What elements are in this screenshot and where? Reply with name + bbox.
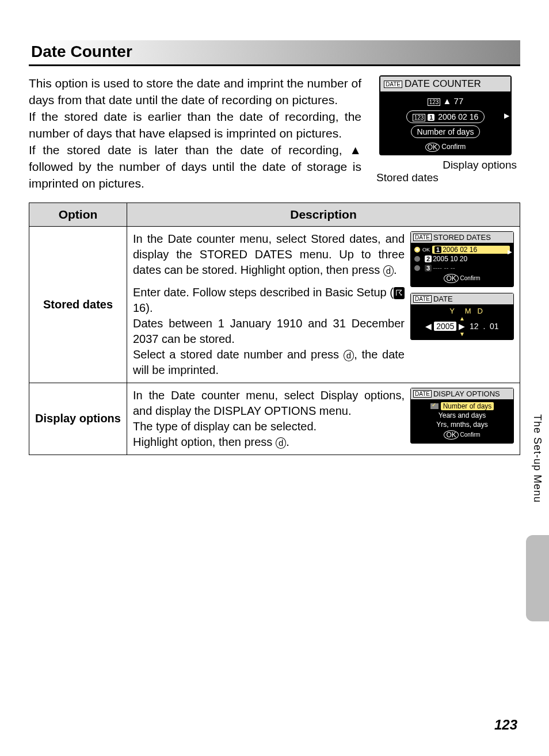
table-row: Stored dates In the Date counter menu, s… bbox=[29, 226, 520, 383]
row1-p1-suffix: . bbox=[394, 264, 397, 276]
row1-desc: In the Date counter menu, select Stored … bbox=[133, 231, 405, 378]
main-lcd-screen: DATE DATE COUNTER 123 ▲ 77 123 1 2006 02… bbox=[379, 75, 512, 155]
main-lcd-stored-date: 2006 02 16 bbox=[438, 112, 478, 121]
row1-label: Stored dates bbox=[29, 226, 127, 383]
date-year: 2005 bbox=[434, 322, 456, 331]
arrow-right-icon: ▶ bbox=[508, 249, 512, 255]
radio-icon bbox=[414, 265, 420, 271]
options-table: Option Description Stored dates In the D… bbox=[29, 203, 520, 455]
date-icon: DATE bbox=[413, 234, 432, 241]
date-icon: DATE bbox=[384, 81, 402, 88]
display-options-confirm: Confirm bbox=[460, 431, 481, 437]
display-opt-3: Yrs, mnths, days bbox=[436, 421, 487, 429]
callouts: Display options Stored dates bbox=[371, 159, 520, 184]
stored-dates-title: STORED DATES bbox=[433, 233, 491, 242]
stored-date-1: 2006 02 16 bbox=[443, 246, 477, 254]
radio-icon bbox=[414, 256, 420, 262]
row1-p4a: Select a stored date number and press bbox=[133, 348, 344, 361]
date-month: 12 bbox=[470, 322, 479, 331]
row1-p2a: Enter date. Follow steps described in Ba… bbox=[133, 286, 394, 299]
main-lcd-title: DATE COUNTER bbox=[405, 78, 481, 90]
row1-p3: Dates between 1 January 1910 and 31 Dece… bbox=[133, 317, 405, 345]
stored-dates-confirm: Confirm bbox=[460, 274, 481, 281]
main-lcd-confirm: Confirm bbox=[441, 143, 466, 151]
manual-ref-icon: ☈ bbox=[394, 287, 405, 299]
stored-date-3: ---- -- -- bbox=[433, 264, 455, 272]
row2-p3a: Highlight option, then press bbox=[133, 436, 276, 448]
section-heading: Date Counter bbox=[29, 40, 520, 66]
row2-p3b: . bbox=[286, 436, 289, 448]
row1-p2b: 16). bbox=[133, 301, 152, 314]
callout-stored-dates: Stored dates bbox=[371, 171, 517, 184]
radio-selected-icon bbox=[414, 247, 420, 253]
arrow-right-icon: ▶ bbox=[504, 112, 509, 120]
display-options-title: DISPLAY OPTIONS bbox=[433, 390, 500, 398]
row1-p1: In the Date counter menu, select Stored … bbox=[133, 232, 405, 276]
date-day: 01 bbox=[490, 322, 499, 331]
intro-p2: If the stored date is earlier than the d… bbox=[29, 110, 361, 140]
side-tab-label: The Set-up Menu bbox=[531, 414, 543, 503]
display-opt-1: Number of days bbox=[441, 402, 494, 410]
stored-date-bubble: 123 1 2006 02 16 bbox=[406, 110, 485, 123]
main-lcd-count: ▲ 77 bbox=[443, 96, 464, 106]
date-entry-screen: DATE DATE Y M D ▲ ◀ bbox=[410, 293, 514, 340]
ok-icon: d bbox=[344, 350, 354, 361]
th-option: Option bbox=[29, 203, 127, 226]
page-number: 123 bbox=[494, 717, 517, 733]
check-icon bbox=[430, 403, 439, 409]
display-options-screen: DATE DISPLAY OPTIONS Number of days Year… bbox=[410, 388, 514, 444]
intro-block: This option is used to store the date an… bbox=[29, 75, 520, 192]
num-icon: 123 bbox=[428, 98, 441, 106]
row2-p2: The type of display can be selected. bbox=[133, 420, 317, 433]
display-opt-2: Years and days bbox=[439, 411, 486, 419]
ok-icon: d bbox=[383, 265, 394, 277]
stored-date-2: 2005 10 20 bbox=[433, 255, 467, 263]
th-description: Description bbox=[127, 203, 520, 226]
option-bubble: Number of days bbox=[411, 125, 481, 138]
row2-desc: In the Date counter menu, select Display… bbox=[133, 388, 405, 450]
stored-dates-screen: DATE STORED DATES ▶ OK12006 02 16 22005 … bbox=[410, 231, 514, 287]
intro-text: This option is used to store the date an… bbox=[29, 75, 361, 192]
callout-display-options: Display options bbox=[371, 159, 517, 171]
intro-p3: If the stored date is later than the dat… bbox=[29, 143, 361, 190]
date-icon: DATE bbox=[413, 390, 432, 398]
date-icon: DATE bbox=[413, 295, 432, 303]
row2-label: Display options bbox=[29, 383, 127, 455]
row2-p1: In the Date counter menu, select Display… bbox=[133, 389, 405, 417]
date-entry-title: DATE bbox=[433, 295, 453, 303]
table-row: Display options In the Date counter menu… bbox=[29, 383, 520, 455]
intro-p1: This option is used to store the date an… bbox=[29, 77, 361, 106]
side-thumb-tab bbox=[526, 535, 549, 621]
ok-icon: d bbox=[276, 437, 286, 449]
